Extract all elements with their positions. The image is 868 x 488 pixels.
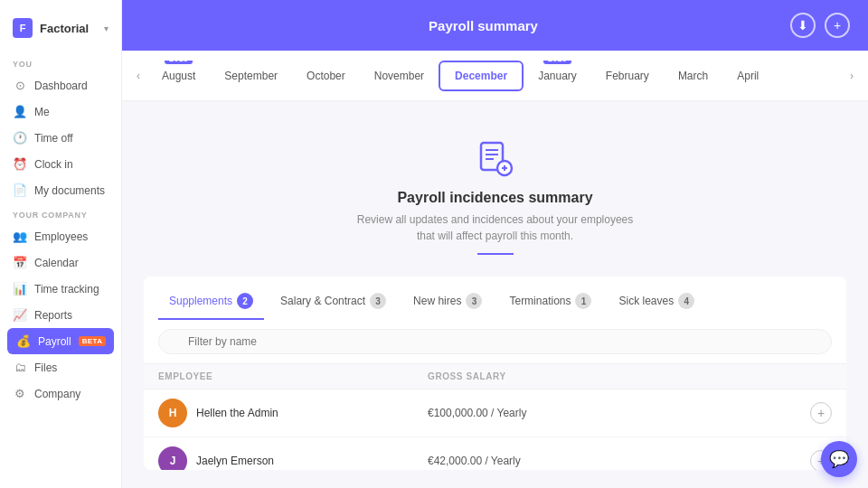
col-gross-salary: GROSS SALARY bbox=[428, 371, 697, 381]
summary-title: Payroll incidences summary bbox=[397, 190, 592, 206]
month-tab-september[interactable]: September bbox=[210, 62, 292, 89]
prev-month-arrow[interactable]: ‹ bbox=[129, 67, 147, 85]
month-tab-december[interactable]: December bbox=[439, 61, 524, 91]
chat-fab[interactable]: 💬 bbox=[821, 441, 857, 477]
sidebar-item-clock-in[interactable]: ⏰ Clock in bbox=[0, 151, 121, 177]
tab-supplements[interactable]: Supplements 2 bbox=[158, 287, 264, 320]
month-tab-february[interactable]: February bbox=[591, 62, 664, 89]
reports-icon: 📈 bbox=[13, 308, 27, 322]
time-tracking-icon: 📊 bbox=[13, 282, 27, 296]
month-label-september: September bbox=[224, 70, 278, 82]
month-tab-november[interactable]: November bbox=[360, 62, 439, 89]
brand[interactable]: F Factorial ▾ bbox=[0, 11, 121, 52]
tab-sick-leaves[interactable]: Sick leaves 4 bbox=[608, 287, 705, 320]
my-documents-icon: 📄 bbox=[13, 183, 27, 197]
header-bar: Payroll summary ⬇ + bbox=[122, 0, 868, 51]
salary-row-2: €42,000.00 / Yearly bbox=[428, 455, 697, 467]
sidebar-item-time-off[interactable]: 🕐 Time off bbox=[0, 125, 121, 151]
download-button[interactable]: ⬇ bbox=[790, 13, 816, 38]
month-label-april: April bbox=[737, 70, 759, 82]
brand-chevron-icon: ▾ bbox=[104, 23, 108, 33]
tab-terminations[interactable]: Terminations 1 bbox=[498, 287, 602, 320]
page-title: Payroll summary bbox=[429, 18, 538, 33]
tab-label-supplements: Supplements bbox=[169, 295, 232, 307]
month-tab-april[interactable]: April bbox=[722, 62, 773, 89]
tab-badge-supplements: 2 bbox=[237, 293, 253, 309]
files-icon: 🗂 bbox=[13, 361, 27, 374]
filter-input-wrap: 🔍 bbox=[158, 329, 832, 354]
sidebar-item-dashboard[interactable]: ⊙ Dashboard bbox=[0, 72, 121, 99]
tab-label-salary-contract: Salary & Contract bbox=[280, 295, 365, 307]
salary-row-1: €100,000.00 / Yearly bbox=[428, 407, 697, 419]
tabs-row: Supplements 2 Salary & Contract 3 New hi… bbox=[144, 277, 846, 320]
sidebar: F Factorial ▾ YOU ⊙ Dashboard 👤 Me 🕐 Tim… bbox=[0, 0, 122, 488]
row-action-row-1: + bbox=[697, 402, 832, 424]
tab-label-sick-leaves: Sick leaves bbox=[618, 295, 674, 307]
next-month-arrow[interactable]: › bbox=[843, 67, 861, 85]
sidebar-item-reports[interactable]: 📈 Reports bbox=[0, 302, 121, 328]
month-label-february: February bbox=[606, 70, 649, 82]
brand-icon: F bbox=[13, 18, 33, 38]
tab-badge-salary-contract: 3 bbox=[370, 293, 386, 309]
download-icon: ⬇ bbox=[797, 18, 808, 33]
month-tabs-container: ‹ 2019 August September October November… bbox=[122, 51, 868, 101]
month-tab-august[interactable]: 2019 August bbox=[147, 62, 210, 89]
sidebar-item-label-reports: Reports bbox=[34, 309, 108, 322]
employee-cell-row-1: H Hellen the Admin bbox=[158, 399, 428, 427]
sidebar-item-payroll[interactable]: 💰 Payroll BETA bbox=[7, 328, 114, 354]
calendar-icon: 📅 bbox=[13, 256, 27, 269]
sidebar-item-employees[interactable]: 👥 Employees bbox=[0, 223, 121, 249]
table-header: EMPLOYEE GROSS SALARY bbox=[144, 364, 846, 389]
col-employee: EMPLOYEE bbox=[158, 371, 428, 381]
col-action bbox=[697, 371, 832, 381]
dashboard-icon: ⊙ bbox=[13, 79, 27, 92]
tab-label-terminations: Terminations bbox=[509, 295, 571, 307]
sidebar-item-time-tracking[interactable]: 📊 Time tracking bbox=[0, 276, 121, 302]
sidebar-item-label-files: Files bbox=[34, 361, 108, 374]
tab-salary-contract[interactable]: Salary & Contract 3 bbox=[269, 287, 397, 320]
tab-badge-new-hires: 3 bbox=[466, 293, 482, 309]
row-action-row-2: + bbox=[697, 450, 832, 470]
month-label-march: March bbox=[678, 70, 708, 82]
payroll-icon bbox=[474, 137, 517, 181]
sidebar-section-you: YOU ⊙ Dashboard 👤 Me 🕐 Time off ⏰ Clock … bbox=[0, 52, 121, 203]
sidebar-item-label-dashboard: Dashboard bbox=[34, 80, 108, 92]
add-button[interactable]: + bbox=[825, 13, 850, 38]
summary-divider bbox=[477, 253, 514, 255]
avatar-row-2: J bbox=[158, 446, 187, 470]
employees-icon: 👥 bbox=[13, 230, 27, 243]
table-row: J Jaelyn Emerson €42,000.00 / Yearly + bbox=[144, 437, 846, 470]
table-row: H Hellen the Admin €100,000.00 / Yearly … bbox=[144, 389, 846, 437]
year-badge-january: 2020 bbox=[543, 61, 571, 64]
tab-badge-terminations: 1 bbox=[575, 293, 591, 309]
month-label-august: August bbox=[162, 70, 195, 82]
month-tab-january[interactable]: 2020 January bbox=[524, 62, 591, 89]
employee-name-row-1: Hellen the Admin bbox=[196, 407, 278, 419]
month-label-november: November bbox=[374, 70, 424, 82]
me-icon: 👤 bbox=[13, 105, 27, 118]
month-tab-march[interactable]: March bbox=[664, 62, 722, 89]
sidebar-item-label-calendar: Calendar bbox=[34, 257, 108, 269]
year-badge-august: 2019 bbox=[165, 61, 193, 64]
month-label-december: December bbox=[455, 70, 507, 82]
sidebar-item-label-time-tracking: Time tracking bbox=[34, 283, 108, 296]
month-tab-october[interactable]: October bbox=[292, 62, 360, 89]
sidebar-item-label-company: Company bbox=[34, 388, 108, 400]
filter-bar: 🔍 bbox=[144, 320, 846, 364]
sidebar-item-label-me: Me bbox=[34, 106, 108, 118]
add-row-button-row-1[interactable]: + bbox=[810, 402, 832, 424]
sidebar-item-me[interactable]: 👤 Me bbox=[0, 99, 121, 125]
sidebar-item-calendar[interactable]: 📅 Calendar bbox=[0, 249, 121, 276]
sidebar-item-files[interactable]: 🗂 Files bbox=[0, 354, 121, 380]
sidebar-item-company[interactable]: ⚙ Company bbox=[0, 380, 121, 407]
table-body: H Hellen the Admin €100,000.00 / Yearly … bbox=[144, 389, 846, 470]
sidebar-item-label-clock-in: Clock in bbox=[34, 158, 108, 171]
month-label-october: October bbox=[307, 70, 345, 82]
tab-new-hires[interactable]: New hires 3 bbox=[402, 287, 493, 320]
filter-input[interactable] bbox=[158, 329, 832, 354]
sidebar-item-my-documents[interactable]: 📄 My documents bbox=[0, 177, 121, 203]
sidebar-section-label: YOU bbox=[0, 52, 121, 72]
tab-badge-sick-leaves: 4 bbox=[678, 293, 694, 309]
sidebar-item-label-payroll: Payroll bbox=[38, 335, 71, 348]
header-actions: ⬇ + bbox=[790, 13, 850, 38]
